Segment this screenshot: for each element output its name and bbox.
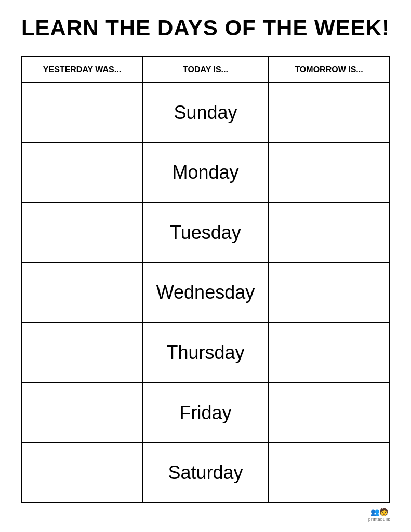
table-row: Saturday bbox=[21, 443, 390, 503]
table-row: Tuesday bbox=[21, 203, 390, 263]
yesterday-cell bbox=[21, 83, 143, 143]
header-today: Today Is... bbox=[143, 57, 268, 83]
today-cell: Saturday bbox=[143, 443, 268, 503]
people-icon: 👥🧑 bbox=[370, 508, 388, 516]
yesterday-cell bbox=[21, 143, 143, 203]
today-cell: Friday bbox=[143, 383, 268, 443]
tomorrow-cell bbox=[268, 83, 390, 143]
yesterday-cell bbox=[21, 383, 143, 443]
tomorrow-cell bbox=[268, 323, 390, 383]
brand-name: printabulls bbox=[368, 517, 390, 522]
brand-logo: 👥🧑 printabulls bbox=[368, 508, 390, 522]
today-cell: Monday bbox=[143, 143, 268, 203]
tomorrow-cell bbox=[268, 263, 390, 323]
days-of-week-table: Yesterday Was... Today Is... Tomorrow Is… bbox=[21, 56, 390, 503]
yesterday-cell bbox=[21, 263, 143, 323]
table-row: Wednesday bbox=[21, 263, 390, 323]
today-cell: Sunday bbox=[143, 83, 268, 143]
footer: 👥🧑 printabulls bbox=[21, 508, 390, 522]
today-cell: Tuesday bbox=[143, 203, 268, 263]
yesterday-cell bbox=[21, 203, 143, 263]
tomorrow-cell bbox=[268, 443, 390, 503]
page-title: Learn the Days of the Week! bbox=[21, 16, 390, 41]
table-row: Friday bbox=[21, 383, 390, 443]
tomorrow-cell bbox=[268, 143, 390, 203]
tomorrow-cell bbox=[268, 383, 390, 443]
table-row: Monday bbox=[21, 143, 390, 203]
yesterday-cell bbox=[21, 443, 143, 503]
today-cell: Wednesday bbox=[143, 263, 268, 323]
today-cell: Thursday bbox=[143, 323, 268, 383]
table-row: Sunday bbox=[21, 83, 390, 143]
yesterday-cell bbox=[21, 323, 143, 383]
table-row: Thursday bbox=[21, 323, 390, 383]
header-tomorrow: Tomorrow Is... bbox=[268, 57, 390, 83]
tomorrow-cell bbox=[268, 203, 390, 263]
header-yesterday: Yesterday Was... bbox=[21, 57, 143, 83]
